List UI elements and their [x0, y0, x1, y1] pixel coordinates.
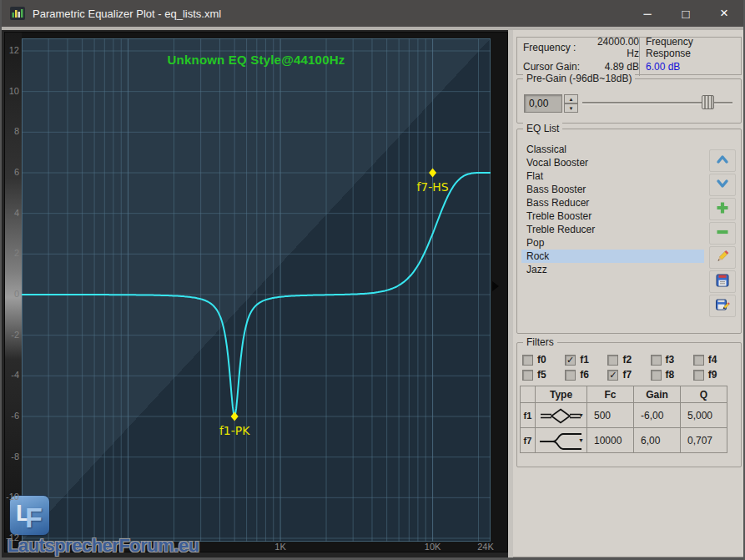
checkbox-label: f4 [708, 354, 717, 366]
close-button[interactable]: × [705, 0, 743, 27]
filter-type-dropdown[interactable]: ▼ [536, 403, 587, 428]
remove-button[interactable] [709, 222, 736, 245]
y-axis-tick: 10 [5, 86, 19, 96]
filter-marker[interactable] [429, 169, 436, 178]
y-axis-tick: -4 [5, 370, 19, 380]
table-header: Q [681, 386, 727, 403]
plot-area[interactable]: f1-PKf7-HS Unknown EQ Style@44100Hz [22, 38, 491, 542]
checkbox-label: f5 [537, 369, 546, 381]
checkbox-f7[interactable]: ✓ [607, 370, 618, 381]
eq-list-item[interactable]: Treble Reducer [521, 223, 704, 236]
eq-list-item[interactable]: Rock [521, 250, 704, 263]
checkbox-label: f0 [537, 354, 546, 366]
x-axis-tick: 10K [425, 542, 441, 552]
y-axis-tick: 2 [5, 248, 19, 258]
maximize-button[interactable]: □ [667, 0, 705, 27]
filter-table: TypeFcGainQf1▼500-6,005,000f7▼100006,000… [520, 386, 727, 453]
y-axis-tick: 6 [5, 167, 19, 177]
checkbox-label: f8 [666, 369, 675, 381]
checkbox-f3[interactable] [651, 355, 662, 366]
filter-checkbox-item: f3 [651, 354, 693, 366]
pencil-icon [715, 249, 730, 266]
eq-plot-widget: f1-PKf7-HS Unknown EQ Style@44100Hz L F … [4, 32, 508, 552]
checkbox-f2[interactable] [607, 355, 618, 366]
pre-gain-group: Pre-Gain (-96dB~18dB) ▲ ▼ [516, 78, 742, 124]
checkbox-label: f1 [580, 354, 589, 366]
filters-group-label: Filters [523, 336, 557, 348]
plot-border [23, 39, 491, 542]
checkbox-f5[interactable] [522, 370, 533, 381]
window-title: Parametric Equalizer Plot - eq_lists.xml [33, 8, 628, 20]
filter-checkbox-item: ✓f7 [607, 369, 650, 381]
pre-gain-input[interactable] [524, 94, 562, 113]
y-axis-tick: -12 [5, 532, 19, 542]
y-axis-tick: 12 [5, 45, 19, 55]
x-axis-tick: 24K [477, 542, 494, 552]
floppy-edit-icon [715, 297, 730, 315]
response-label: Frequency Response [639, 38, 741, 57]
filter-checkbox-item: f5 [522, 369, 565, 381]
save-button[interactable] [709, 270, 736, 293]
pre-gain-spin-up-icon[interactable]: ▲ [564, 94, 578, 103]
filter-row-label: f1 [521, 403, 536, 428]
filter-marker[interactable] [231, 412, 239, 421]
pre-gain-spin-down-icon[interactable]: ▼ [564, 103, 578, 113]
checkbox-label: f9 [708, 369, 717, 381]
eq-list-item[interactable]: Bass Reducer [521, 196, 704, 209]
filter-checkbox-item: f0 [522, 354, 565, 366]
rename-button[interactable] [709, 246, 736, 269]
y-axis-tick: 8 [5, 126, 19, 136]
checkbox-label: f6 [580, 369, 589, 381]
checkbox-f1[interactable]: ✓ [565, 355, 576, 366]
eq-list-item[interactable]: Vocal Booster [521, 156, 704, 169]
filter-type-dropdown[interactable]: ▼ [536, 428, 587, 453]
filters-group: Filters f0✓f1f2f3f4f5f6✓f7f8f9 TypeFcGai… [516, 342, 742, 467]
filter-checkbox-item: f9 [693, 369, 736, 381]
y-axis-tick: 4 [5, 208, 19, 218]
eq-list-item[interactable]: Bass Booster [521, 183, 704, 196]
save-as-button[interactable] [709, 295, 736, 317]
filter-row-label: f7 [521, 428, 536, 453]
cursor-gain-label: Cursor Gain: [517, 61, 586, 73]
eq-list-buttons [709, 149, 737, 319]
y-axis-tick: -6 [5, 411, 19, 421]
y-axis-tick: -2 [5, 330, 19, 340]
frequency-label: Frequency : [517, 42, 586, 53]
filter-q-cell[interactable]: 0,707 [681, 428, 727, 453]
pre-gain-slider-thumb[interactable] [702, 95, 714, 109]
plus-icon [715, 200, 730, 218]
add-button[interactable] [709, 198, 736, 220]
table-header: Type [536, 386, 587, 403]
eq-list-item[interactable]: Treble Booster [521, 209, 704, 223]
filter-fc-cell[interactable]: 10000 [587, 428, 634, 453]
checkbox-f4[interactable] [693, 355, 704, 366]
eq-list-item[interactable]: Pop [521, 236, 704, 250]
splitter-arrow-icon[interactable] [492, 281, 499, 291]
move-down-button[interactable] [709, 174, 736, 196]
checkbox-f9[interactable] [693, 370, 704, 381]
filter-gain-cell[interactable]: 6,00 [634, 428, 681, 453]
checkbox-f8[interactable] [651, 370, 662, 381]
checkbox-f0[interactable] [522, 355, 533, 366]
pre-gain-slider[interactable] [582, 102, 732, 103]
eq-list: ClassicalVocal BoosterFlatBass BoosterBa… [521, 143, 704, 276]
app-window: Parametric Equalizer Plot - eq_lists.xml… [0, 0, 745, 560]
control-panel: Frequency : 24000.00 Hz Frequency Respon… [513, 30, 744, 557]
chevron-down-icon [715, 176, 730, 194]
checkbox-label: f2 [622, 354, 632, 366]
cursor-gain-value: 4.89 dB [586, 61, 639, 73]
minimize-button[interactable]: ─ [628, 0, 667, 27]
filter-fc-cell[interactable]: 500 [587, 403, 634, 428]
checkbox-f6[interactable] [565, 370, 576, 381]
title-bar: Parametric Equalizer Plot - eq_lists.xml… [2, 0, 743, 27]
filter-checkbox-grid: f0✓f1f2f3f4f5f6✓f7f8f9 [522, 354, 736, 381]
filter-q-cell[interactable]: 5,000 [681, 403, 727, 428]
eq-list-item[interactable]: Jazz [521, 263, 704, 276]
app-icon [10, 7, 25, 20]
eq-list-item[interactable]: Flat [521, 169, 704, 183]
chevron-up-icon [715, 152, 730, 169]
eq-list-item[interactable]: Classical [521, 143, 704, 156]
filter-gain-cell[interactable]: -6,00 [634, 403, 681, 428]
move-up-button[interactable] [709, 149, 736, 172]
frequency-value: 24000.00 Hz [586, 36, 639, 59]
